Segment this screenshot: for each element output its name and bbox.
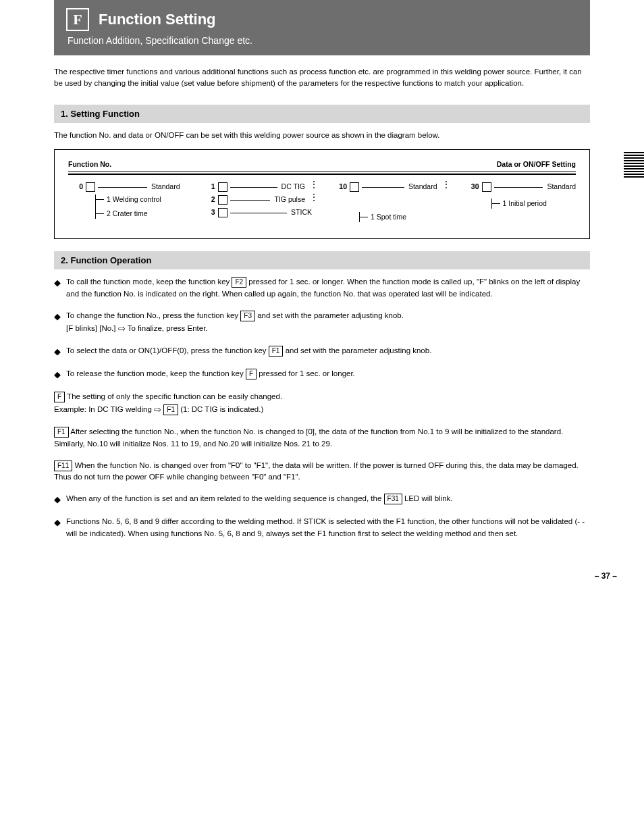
operation-step-2: ◆ To change the function No., press the … <box>54 310 590 336</box>
note-f: F The setting of only the specific funct… <box>54 391 590 417</box>
text: Functions No. 5, 6, 8 and 9 differ accor… <box>66 516 590 540</box>
key-label: F <box>246 369 257 379</box>
operation-step-3: ◆ To select the data or ON(1)/OFF(0), pr… <box>54 345 590 359</box>
setting-description: The function No. and data or ON/OFF can … <box>54 130 590 141</box>
text: and set with the parameter adjusting kno… <box>286 346 432 355</box>
diagram-column-1: 0 Standard 1 Welding control 2 Crater ti… <box>68 182 180 222</box>
key-label: F1 <box>163 404 178 415</box>
diag-num: 3 <box>200 207 215 217</box>
diagram-head-left: Function No. <box>68 159 111 169</box>
vertical-dots-icon: ⋮ <box>309 182 312 187</box>
text: To finalize, press Enter. <box>128 324 208 332</box>
key-label: F11 <box>54 461 72 471</box>
operation-note-final: ◆ Functions No. 5, 6, 8 and 9 differ acc… <box>54 516 590 540</box>
diag-num: 30 <box>464 182 479 192</box>
bullet-icon: ◆ <box>54 368 61 382</box>
checkbox-icon <box>482 182 491 192</box>
page-header: F Function Setting Function Addition, Sp… <box>54 0 590 55</box>
arrow-right-icon: ⇨ <box>118 323 126 334</box>
text: After selecting the function No., when t… <box>54 427 563 448</box>
bullet-icon: ◆ <box>54 276 61 290</box>
text: Example: In DC TIG welding <box>54 405 154 413</box>
bullet-icon: ◆ <box>54 310 61 323</box>
diag-sub-label: 1 Welding control <box>107 194 161 205</box>
operation-step-1: ◆ To call the function mode, keep the fu… <box>54 276 590 300</box>
key-label: F31 <box>384 494 402 504</box>
text: [F blinks] [No.] <box>66 324 118 332</box>
intro-paragraph: The respective timer functions and vario… <box>54 66 590 90</box>
diag-sub-label: 2 Crater time <box>107 209 148 219</box>
text: The setting of only the specific functio… <box>67 392 282 400</box>
text: To select the data or ON(1)/OFF(0), pres… <box>66 346 269 355</box>
checkbox-icon <box>350 182 359 192</box>
diag-num: 2 <box>200 194 215 205</box>
vertical-dots-icon: ⋮ <box>309 194 312 200</box>
diagram-column-2: 1 DC TIG ⋮ 2 TIG pulse ⋮ 3 <box>200 182 313 220</box>
bullet-icon: ◆ <box>54 345 61 359</box>
key-label: F3 <box>240 311 255 321</box>
operation-step-4: ◆ To release the function mode, keep the… <box>54 368 590 382</box>
text: To call the function mode, keep the func… <box>66 278 232 286</box>
key-label: F <box>54 392 65 402</box>
bullet-icon: ◆ <box>54 516 61 529</box>
operation-note-f31: ◆ When any of the function is set and an… <box>54 493 590 506</box>
bullet-icon: ◆ <box>54 493 61 506</box>
text: When the function No. is changed over fr… <box>54 461 579 481</box>
text: To change the function No., press the fu… <box>66 311 240 319</box>
diag-sub-label: 1 Spot time <box>371 212 406 222</box>
text: LED will blink. <box>404 494 453 502</box>
diagram-column-3: 10 Standard ⋮ 1 Spot time <box>332 182 444 226</box>
page-number: – 37 – <box>595 571 617 581</box>
page-subtitle: Function Addition, Specification Change … <box>68 35 578 46</box>
diag-num: 1 <box>200 182 215 192</box>
diagram-column-4: 30 Standard 1 Initial period <box>464 182 576 213</box>
section-heading-operation: 2. Function Operation <box>54 251 590 269</box>
header-key-icon: F <box>66 8 89 31</box>
note-f11: F11 When the function No. is changed ove… <box>54 460 590 484</box>
checkbox-icon <box>218 208 227 217</box>
section-heading-setting: 1. Setting Function <box>54 105 590 123</box>
diag-num: 10 <box>332 182 347 192</box>
function-diagram: Function No. Data or ON/OFF Setting 0 St… <box>54 149 590 239</box>
vertical-dots-icon: ⋮ <box>441 182 444 187</box>
key-label: F1 <box>269 346 284 357</box>
text: and set with the parameter adjusting kno… <box>257 311 404 319</box>
diag-label: STICK <box>291 207 312 217</box>
diag-label: Standard <box>151 182 180 192</box>
note-f1: F1 After selecting the function No., whe… <box>54 426 590 450</box>
diag-label: DC TIG <box>281 182 305 192</box>
text: (1: DC TIG is indicated.) <box>180 405 263 413</box>
side-tab-marker <box>624 152 644 179</box>
diag-label: Standard <box>408 182 437 192</box>
page-title: Function Setting <box>99 11 216 28</box>
checkbox-icon <box>86 182 95 192</box>
diag-label: TIG pulse <box>274 194 305 205</box>
diagram-head-right: Data or ON/OFF Setting <box>497 159 576 169</box>
text: To release the function mode, keep the f… <box>66 369 246 377</box>
checkbox-icon <box>218 182 227 192</box>
key-label: F2 <box>232 277 246 288</box>
key-label: F1 <box>54 427 69 438</box>
diag-num: 0 <box>68 182 83 192</box>
diag-sub-label: 1 Initial period <box>503 199 547 209</box>
text: When any of the function is set and an i… <box>66 494 384 502</box>
arrow-right-icon: ⇨ <box>154 404 161 415</box>
checkbox-icon <box>218 195 227 205</box>
diag-label: Standard <box>547 182 576 192</box>
text: pressed for 1 sec. or longer. <box>259 369 355 377</box>
